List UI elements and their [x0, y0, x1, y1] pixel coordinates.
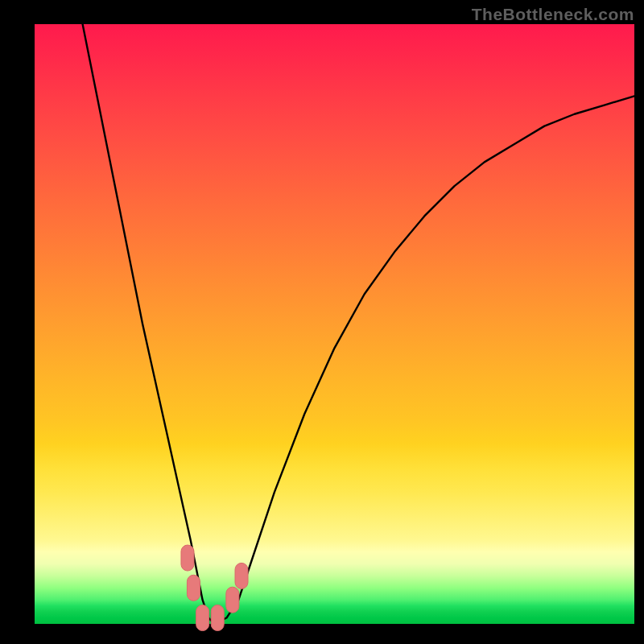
data-marker [196, 605, 209, 631]
data-marker [235, 563, 248, 588]
data-marker [181, 545, 194, 571]
data-marker [187, 575, 200, 601]
data-marker [211, 605, 224, 631]
chart-frame: TheBottleneck.com [0, 0, 644, 644]
bottleneck-curve [83, 24, 634, 624]
data-marker [226, 587, 239, 613]
chart-svg [0, 0, 644, 644]
